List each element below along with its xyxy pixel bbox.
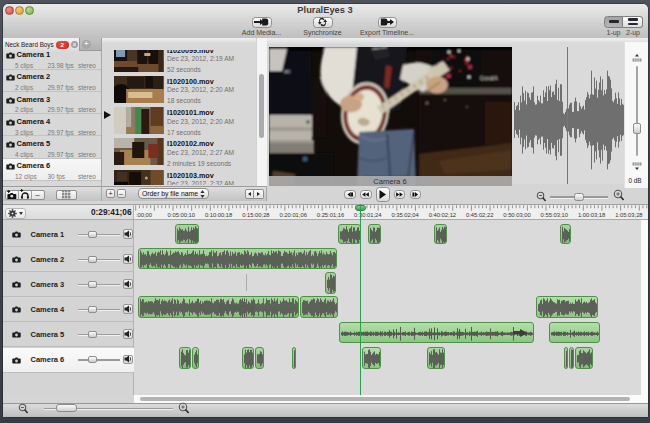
svg-text:Camera 6: Camera 6 bbox=[373, 176, 406, 185]
svg-text:ac: ac bbox=[284, 68, 290, 74]
svg-text:Crowd/A: Crowd/A bbox=[480, 76, 499, 81]
